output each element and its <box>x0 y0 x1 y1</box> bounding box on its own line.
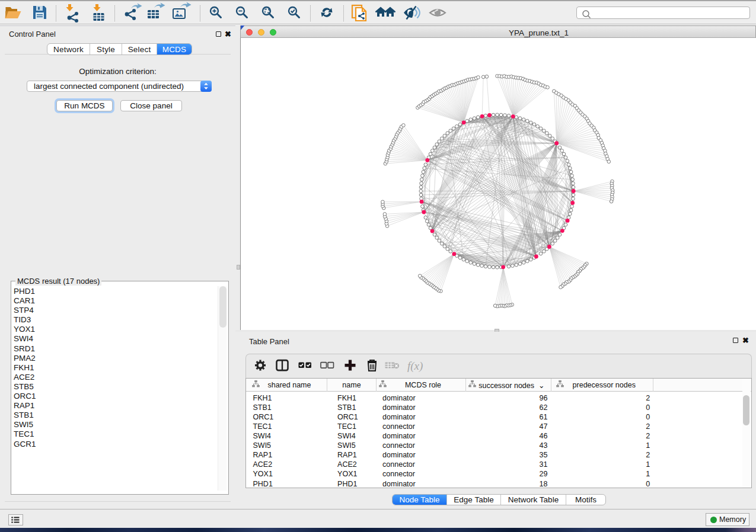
svg-text:f(x): f(x) <box>407 360 423 373</box>
